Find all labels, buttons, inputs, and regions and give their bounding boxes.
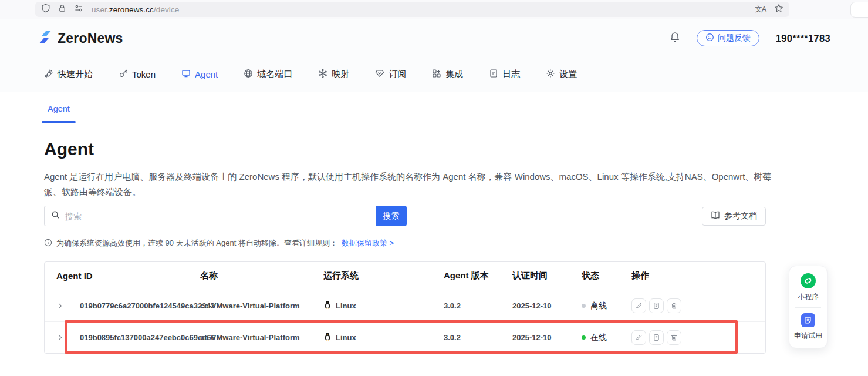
nav-item-quickstart[interactable]: 快速开始 <box>44 69 93 80</box>
nav-label: Agent <box>195 69 218 79</box>
brand-name: ZeroNews <box>58 31 123 46</box>
col-auth-time: 认证时间 <box>512 270 582 281</box>
integration-icon <box>432 69 441 80</box>
page-description: Agent 是运行在用户电脑、服务器及终端设备上的 ZeroNews 程序，默认… <box>44 169 775 200</box>
subtab-bar: Agent <box>0 92 868 123</box>
status-dot-offline <box>582 304 586 308</box>
search-input[interactable] <box>65 212 369 221</box>
monitor-icon <box>181 69 191 80</box>
nav-item-settings[interactable]: 设置 <box>546 69 577 80</box>
url-domain: zeronews.cc <box>109 5 154 14</box>
docs-button[interactable]: 参考文档 <box>702 207 766 226</box>
agent-id: 019b0779c6a27000bfe124549ca32342 <box>80 301 200 310</box>
nav-label: 集成 <box>445 69 463 80</box>
page: user.zeronews.cc/device 文A ZeroNews <box>0 0 868 376</box>
col-os: 运行系统 <box>323 270 444 281</box>
permissions-icon[interactable] <box>74 4 83 15</box>
nav-label: Token <box>132 69 156 79</box>
linux-penguin-icon <box>323 300 332 311</box>
nav-label: 映射 <box>332 69 349 80</box>
col-name: 名称 <box>200 270 323 281</box>
agent-table: Agent ID 名称 运行系统 Agent 版本 认证时间 状态 操作 019… <box>44 261 766 354</box>
url-text: user.zeronews.cc/device <box>92 5 749 14</box>
page-title: Agent <box>44 139 824 160</box>
search-icon <box>51 210 60 221</box>
search-box <box>44 206 376 226</box>
auth-time: 2025-12-10 <box>512 301 582 310</box>
url-path: /device <box>154 5 179 14</box>
trial-label[interactable]: 申请试用 <box>794 331 822 341</box>
translate-icon[interactable]: 文A <box>755 5 766 15</box>
notice-text: 为确保系统资源高效使用，连续 90 天未活跃的 Agent 将自动移除。查看详细… <box>56 238 337 249</box>
site-header: ZeroNews 问题反馈 190****1783 <box>0 19 868 57</box>
key-icon <box>119 69 128 80</box>
content: Agent Agent 是运行在用户电脑、服务器及终端设备上的 ZeroNews… <box>0 123 868 354</box>
log-icon <box>489 69 498 80</box>
edit-button[interactable] <box>631 330 646 345</box>
info-icon <box>44 239 52 249</box>
status-dot-online <box>582 335 586 340</box>
shield-icon[interactable] <box>41 4 50 15</box>
nav-item-mapping[interactable]: 映射 <box>318 69 349 80</box>
toolbar: 搜索 参考文档 <box>44 206 766 226</box>
actions-cell <box>631 330 754 345</box>
url-subdomain: user. <box>92 5 109 14</box>
retention-notice: 为确保系统资源高效使用，连续 90 天未活跃的 Agent 将自动移除。查看详细… <box>44 238 824 249</box>
book-icon <box>711 210 720 221</box>
delete-button[interactable] <box>667 330 681 345</box>
agent-name: cc-VMware-Virtual-Platform <box>200 301 323 310</box>
feedback-button[interactable]: 问题反馈 <box>697 30 759 46</box>
table-row: 019b0779c6a27000bfe124549ca32342 cc-VMwa… <box>45 290 765 321</box>
mapping-icon <box>318 69 327 80</box>
agent-id: 019b0895fc137000a247eebc0c69cd66 <box>80 333 200 342</box>
rocket-icon <box>44 69 53 80</box>
float-widget: 小程序 申请试用 <box>789 266 828 348</box>
mini-program-icon[interactable] <box>801 273 816 288</box>
table-row: 019b0895fc137000a247eebc0c69cd66 cc-VMwa… <box>45 321 765 353</box>
bookmark-star-icon[interactable] <box>774 4 783 15</box>
main-nav: 快速开始 Token Agent 域名端口 映射 <box>0 57 868 92</box>
detail-button[interactable] <box>649 330 664 345</box>
col-status: 状态 <box>582 270 631 281</box>
globe-icon <box>244 69 253 80</box>
nav-item-domains[interactable]: 域名端口 <box>244 69 292 80</box>
trial-icon[interactable] <box>801 313 815 327</box>
mini-program-label[interactable]: 小程序 <box>798 292 819 302</box>
expand-chevron-icon[interactable] <box>56 334 80 341</box>
nav-item-integration[interactable]: 集成 <box>432 69 463 80</box>
expand-chevron-icon[interactable] <box>56 302 80 310</box>
agent-version: 3.0.2 <box>444 301 512 310</box>
nav-item-subscription[interactable]: 订阅 <box>375 69 406 80</box>
smiley-icon <box>705 33 714 43</box>
os-cell: Linux <box>323 332 444 343</box>
notification-bell-icon[interactable] <box>670 32 680 45</box>
url-bar[interactable]: user.zeronews.cc/device 文A <box>35 2 789 17</box>
os-label: Linux <box>336 333 356 342</box>
edit-button[interactable] <box>631 298 646 313</box>
search-button[interactable]: 搜索 <box>376 206 407 226</box>
status-cell: 离线 <box>582 301 631 311</box>
nav-item-logs[interactable]: 日志 <box>489 69 520 80</box>
nav-item-token[interactable]: Token <box>119 69 156 80</box>
linux-penguin-icon <box>323 332 332 343</box>
os-cell: Linux <box>323 300 444 311</box>
nav-label: 快速开始 <box>58 69 93 80</box>
lock-icon[interactable] <box>58 4 67 15</box>
zeronews-logo-icon <box>38 29 53 47</box>
browser-chrome-fragment <box>850 2 868 18</box>
status-label: 在线 <box>590 333 607 343</box>
retention-policy-link[interactable]: 数据保留政策 > <box>342 238 394 249</box>
brand[interactable]: ZeroNews <box>38 29 123 47</box>
agent-name: cc-VMware-Virtual-Platform <box>200 333 323 342</box>
tab-agent[interactable]: Agent <box>44 104 73 123</box>
col-actions: 操作 <box>631 270 754 281</box>
status-cell: 在线 <box>582 333 631 343</box>
account-phone[interactable]: 190****1783 <box>776 33 830 44</box>
feedback-label: 问题反馈 <box>718 33 751 43</box>
delete-button[interactable] <box>667 298 681 313</box>
nav-item-agent[interactable]: Agent <box>181 69 218 80</box>
detail-button[interactable] <box>649 298 664 313</box>
browser-bar: user.zeronews.cc/device 文A <box>0 0 868 19</box>
actions-cell <box>631 298 754 313</box>
os-label: Linux <box>336 301 356 310</box>
